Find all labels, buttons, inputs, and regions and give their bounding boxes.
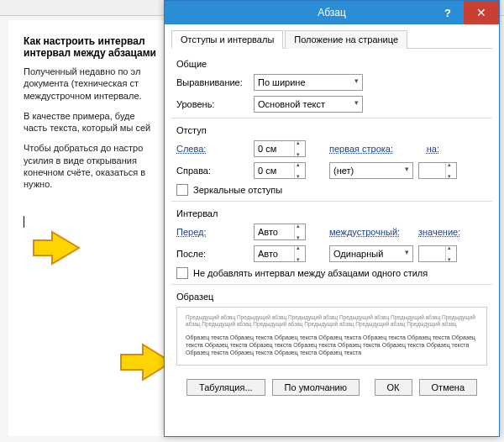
group-general: Общие [176,59,487,69]
svg-marker-0 [34,232,79,264]
tab-indents[interactable]: Отступы и интервалы [171,30,283,49]
right-spin[interactable]: 0 см [254,162,306,179]
help-button[interactable]: ? [432,1,464,24]
sample-main-text: Образец текста Образец текста Образец те… [186,334,478,356]
paragraph-dialog: Абзац ? ✕ Отступы и интервалы Положение … [164,0,500,437]
mirror-checkbox[interactable] [176,184,188,196]
alignment-label: Выравнивание: [176,77,254,87]
spvalue-label: значение: [418,227,465,237]
after-spin[interactable]: Авто [254,245,306,262]
tab-position[interactable]: Положение на странице [285,30,407,49]
mirror-label: Зеркальные отступы [193,185,282,195]
alignment-select[interactable]: По ширине [254,74,363,91]
ok-button[interactable]: ОК [375,379,412,396]
annotation-arrow [32,230,82,267]
default-button[interactable]: По умолчанию [272,379,360,396]
group-indent: Отступ [176,125,487,135]
group-interval: Интервал [176,208,487,218]
firstline-select[interactable]: (нет) [329,162,413,179]
noadd-label: Не добавлять интервал между абзацами одн… [193,268,428,278]
spacing-label: междустрочный: [329,227,413,237]
dialog-title: Абзац [318,7,346,18]
noadd-checkbox[interactable] [176,267,188,279]
cancel-button[interactable]: Отмена [419,379,477,396]
spacing-select[interactable]: Одинарный [329,245,413,262]
level-select[interactable]: Основной текст [254,96,363,113]
before-spin[interactable]: Авто [254,224,306,240]
by-spin[interactable] [418,162,457,179]
sample-preview: Предыдущий абзац Предыдущий абзац Предыд… [176,307,487,366]
firstline-label: первая строка: [329,144,417,154]
tabs-button[interactable]: Табуляция... [186,379,265,396]
after-label: После: [176,249,254,259]
spvalue-spin[interactable] [418,245,457,262]
right-label: Справа: [176,166,254,176]
group-sample: Образец [176,292,487,302]
dialog-titlebar[interactable]: Абзац ? ✕ [165,1,499,24]
before-label: Перед: [176,227,254,237]
left-label: Слева: [176,144,254,154]
close-button[interactable]: ✕ [464,1,499,24]
by-label: на: [417,144,439,154]
level-label: Уровень: [176,99,254,109]
sample-prev-text: Предыдущий абзац Предыдущий абзац Предыд… [186,314,478,329]
left-spin[interactable]: 0 см [254,140,306,157]
